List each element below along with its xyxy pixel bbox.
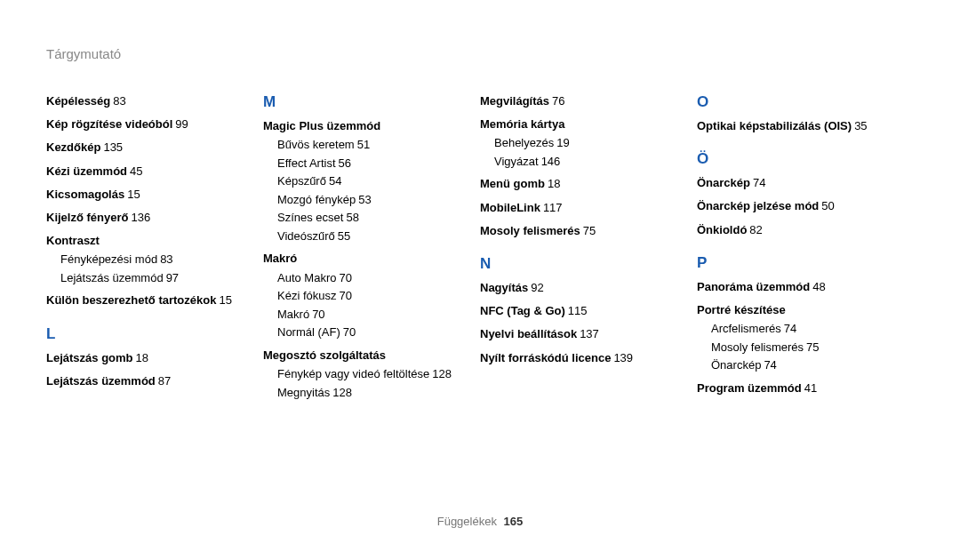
section-letter-o: O: [697, 93, 896, 111]
column-3: Megvilágítás76 Memória kártya Behelyezés…: [480, 93, 697, 407]
index-group-memoria: Memória kártya Behelyezés19 Vigyázat146: [480, 116, 679, 169]
column-2: M Magic Plus üzemmód Bűvös keretem51 Eff…: [263, 93, 480, 407]
index-entry: Lejátszás gomb18: [46, 350, 245, 366]
index-subentry: Videószűrő55: [277, 228, 462, 244]
index-entry: Menü gomb18: [480, 176, 679, 192]
index-subentry: Mosoly felismerés75: [711, 340, 896, 356]
index-entry: Megosztó szolgáltatás: [263, 348, 462, 364]
footer-label: Függelékek: [437, 515, 497, 528]
index-entry: Külön beszerezhető tartozékok15: [46, 292, 245, 308]
index-subentry: Auto Makro70: [277, 270, 462, 286]
page-footer: Függelékek 165: [0, 515, 960, 528]
index-subentry: Színes ecset58: [277, 210, 462, 226]
index-entry: Magic Plus üzemmód: [263, 118, 462, 134]
section-letter-m: M: [263, 93, 462, 111]
index-entry: Nagyítás92: [480, 280, 679, 296]
index-subentry: Képszűrő54: [277, 173, 462, 189]
index-subentry: Bűvös keretem51: [277, 137, 462, 153]
index-entry: Portré készítése: [697, 302, 896, 318]
index-group-megoszto: Megosztó szolgáltatás Fénykép vagy videó…: [263, 348, 462, 400]
index-entry: Kontraszt: [46, 233, 245, 249]
index-subentry: Normál (AF)70: [277, 324, 462, 340]
index-columns: Képélesség83 Kép rögzítése videóból99 Ke…: [46, 93, 914, 407]
index-subentry: Kézi fókusz70: [277, 288, 462, 304]
index-entry: Kicsomagolás15: [46, 187, 245, 203]
index-subentry: Makró70: [277, 307, 462, 323]
index-entry: Megvilágítás76: [480, 93, 679, 109]
index-entry: Nyelvi beállítások137: [480, 326, 679, 342]
section-letter-l: L: [46, 325, 245, 343]
section-letter-n: N: [480, 255, 679, 273]
index-subentry: Megnyitás128: [277, 385, 462, 401]
index-subentry: Effect Artist56: [277, 156, 462, 172]
index-subentry: Lejátszás üzemmód97: [60, 270, 245, 286]
index-entry: Kijelző fényerő136: [46, 210, 245, 226]
index-entry: Optikai képstabilizálás (OIS)35: [697, 118, 896, 134]
index-entry: Önarckép74: [697, 175, 896, 191]
index-entry: Önkioldó82: [697, 222, 896, 238]
index-entry: Kézi üzemmód45: [46, 164, 245, 180]
column-4: O Optikai képstabilizálás (OIS)35 Ö Önar…: [697, 93, 914, 407]
index-group-kontraszt: Kontraszt Fényképezési mód83 Lejátszás ü…: [46, 233, 245, 285]
index-subentry: Önarckép74: [711, 357, 896, 373]
index-entry: Panoráma üzemmód48: [697, 279, 896, 295]
index-subentry: Behelyezés19: [494, 135, 679, 151]
index-entry: Memória kártya: [480, 116, 679, 132]
index-entry: Nyílt forráskódú licence139: [480, 350, 679, 366]
index-entry: Kezdőkép135: [46, 140, 245, 156]
index-subentry: Fénykép vagy videó feltöltése128: [277, 366, 462, 382]
index-subentry: Mozgó fénykép53: [277, 192, 462, 208]
column-1: Képélesség83 Kép rögzítése videóból99 Ke…: [46, 93, 263, 407]
index-group-portre: Portré készítése Arcfelismerés74 Mosoly …: [697, 302, 896, 373]
index-group-magic: Magic Plus üzemmód Bűvös keretem51 Effec…: [263, 118, 462, 244]
index-entry: Önarckép jelzése mód50: [697, 198, 896, 214]
section-letter-p: P: [697, 254, 896, 272]
index-subentry: Vigyázat146: [494, 154, 679, 170]
index-entry: Lejátszás üzemmód87: [46, 373, 245, 389]
section-letter-o-umlaut: Ö: [697, 150, 896, 168]
index-entry: MobileLink117: [480, 200, 679, 216]
index-entry: Kép rögzítése videóból99: [46, 116, 245, 132]
index-subentry: Fényképezési mód83: [60, 252, 245, 268]
index-entry: NFC (Tag & Go)115: [480, 303, 679, 319]
index-entry: Makró: [263, 251, 462, 267]
footer-page-number: 165: [504, 515, 524, 528]
index-group-makro: Makró Auto Makro70 Kézi fókusz70 Makró70…: [263, 251, 462, 340]
page-title: Tárgymutató: [46, 46, 121, 61]
index-entry: Mosoly felismerés75: [480, 223, 679, 239]
index-entry: Program üzemmód41: [697, 380, 896, 396]
index-entry: Képélesség83: [46, 93, 245, 109]
index-subentry: Arcfelismerés74: [711, 321, 896, 337]
